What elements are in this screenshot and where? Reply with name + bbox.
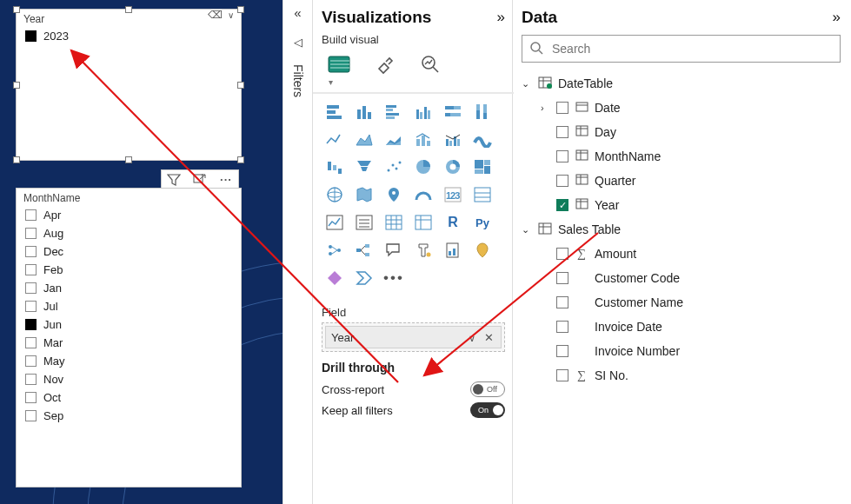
chevron-down-icon[interactable]: ⌄: [522, 224, 532, 235]
slicer-item[interactable]: Jun: [17, 315, 241, 334]
cross-report-toggle[interactable]: Off: [470, 381, 505, 397]
viz-type-funnel[interactable]: [351, 155, 377, 179]
field-row[interactable]: ›Date: [522, 96, 841, 120]
chevron-left-icon[interactable]: «: [294, 5, 301, 20]
resize-handle[interactable]: [13, 82, 20, 89]
field-well[interactable]: Year ∨ ✕: [322, 322, 505, 352]
checkbox-icon[interactable]: [25, 264, 37, 275]
viz-type-table[interactable]: [381, 210, 407, 235]
resize-handle[interactable]: [237, 156, 244, 163]
field-row[interactable]: Customer Code: [522, 266, 841, 290]
viz-type-line-clustered-column[interactable]: [440, 127, 466, 151]
field-row[interactable]: ∑SI No.: [522, 363, 841, 388]
field-pill-year[interactable]: Year ∨ ✕: [325, 326, 502, 348]
checkbox-icon[interactable]: [556, 272, 568, 284]
slicer-item[interactable]: Dec: [17, 242, 241, 261]
more-options-icon[interactable]: ···: [214, 171, 238, 189]
checkbox-icon[interactable]: ✓: [556, 199, 568, 211]
checkbox-icon[interactable]: [25, 410, 37, 421]
viz-type-multi-row-card[interactable]: [469, 182, 495, 207]
checkbox-icon[interactable]: [556, 175, 568, 187]
chevron-right-icon[interactable]: »: [497, 9, 505, 26]
filter-icon[interactable]: [162, 171, 186, 189]
resize-handle[interactable]: [13, 156, 20, 163]
search-input[interactable]: [550, 41, 833, 56]
checkbox-icon[interactable]: [25, 319, 37, 330]
viz-more-visuals[interactable]: •••: [381, 266, 407, 290]
checkbox-icon[interactable]: [25, 374, 37, 385]
viz-type-arcgis[interactable]: [469, 238, 495, 262]
viz-type-pie[interactable]: [410, 155, 436, 179]
viz-type-paginated-report[interactable]: [440, 238, 466, 262]
viz-type-ribbon[interactable]: [469, 127, 495, 151]
chevron-down-icon[interactable]: ⌄: [522, 78, 532, 90]
viz-type-azure-map[interactable]: [381, 182, 407, 207]
viz-type-decomposition-tree[interactable]: [351, 238, 377, 262]
build-visual-tab-icon[interactable]: [327, 53, 351, 76]
viz-type-100-stacked-column[interactable]: [469, 99, 495, 123]
viz-type-donut[interactable]: [440, 155, 466, 179]
checkbox-icon[interactable]: [25, 337, 37, 348]
checkbox-icon[interactable]: [556, 369, 568, 381]
checkbox-icon[interactable]: [25, 228, 37, 239]
viz-type-waterfall[interactable]: [322, 155, 348, 179]
field-row[interactable]: Day: [522, 120, 841, 144]
field-row[interactable]: Customer Name: [522, 290, 841, 315]
slicer-item[interactable]: 2023: [17, 27, 241, 45]
viz-type-filled-map[interactable]: [351, 182, 377, 207]
chevron-down-icon[interactable]: ∨: [465, 333, 479, 343]
chevron-down-icon[interactable]: ∨: [223, 10, 237, 20]
field-row[interactable]: Quarter: [522, 169, 841, 193]
resize-handle[interactable]: [125, 156, 132, 163]
chevron-right-icon[interactable]: ›: [541, 103, 551, 113]
report-canvas[interactable]: ⌫ ∨ Year 2023 ··· MonthName AprAugDecFeb…: [0, 0, 283, 504]
viz-type-card[interactable]: 123: [440, 182, 466, 207]
slicer-item[interactable]: Jul: [17, 297, 241, 315]
slicer-item[interactable]: Oct: [17, 388, 241, 407]
checkbox-icon[interactable]: [556, 150, 568, 162]
checkbox-icon[interactable]: [25, 355, 37, 367]
eraser-icon[interactable]: ⌫: [208, 9, 222, 21]
table-row[interactable]: ⌄Sales Table: [522, 217, 841, 242]
resize-handle[interactable]: [237, 6, 244, 13]
field-row[interactable]: MonthName: [522, 144, 841, 169]
viz-type-slicer[interactable]: [351, 210, 377, 235]
table-row[interactable]: ⌄DateTable: [522, 71, 841, 96]
slicer-item[interactable]: May: [17, 352, 241, 370]
viz-type-stacked-bar[interactable]: [322, 99, 348, 123]
analytics-tab-icon[interactable]: [419, 53, 442, 76]
slicer-item[interactable]: Nov: [17, 370, 241, 388]
field-row[interactable]: ∑Amount: [522, 242, 841, 266]
viz-type-matrix[interactable]: [410, 210, 436, 235]
field-row[interactable]: Invoice Number: [522, 339, 841, 363]
checkbox-icon[interactable]: [556, 321, 568, 333]
slicer-item[interactable]: Feb: [17, 261, 241, 279]
viz-type-map[interactable]: [322, 182, 348, 207]
viz-type-smart-narrative[interactable]: [410, 238, 436, 262]
checkbox-icon[interactable]: [556, 248, 568, 260]
filters-pane-collapsed[interactable]: « ◁ Filters: [283, 0, 313, 504]
focus-mode-icon[interactable]: [188, 171, 212, 189]
format-visual-tab-icon[interactable]: [374, 53, 396, 76]
viz-type-py-visual[interactable]: Py: [469, 210, 495, 235]
slicer-item[interactable]: Mar: [17, 334, 241, 352]
resize-handle[interactable]: [237, 82, 244, 89]
checkbox-icon[interactable]: [556, 296, 568, 308]
checkbox-icon[interactable]: [25, 392, 37, 403]
chevron-right-icon[interactable]: »: [833, 9, 841, 26]
checkbox-icon[interactable]: [556, 345, 568, 357]
field-row[interactable]: ✓Year: [522, 193, 841, 217]
slicer-year[interactable]: ⌫ ∨ Year 2023: [16, 9, 242, 161]
viz-type-gauge[interactable]: [410, 182, 436, 207]
viz-type-key-influencers[interactable]: [322, 238, 348, 262]
slicer-item[interactable]: Sep: [17, 407, 241, 425]
keep-all-filters-toggle[interactable]: On: [470, 402, 505, 418]
viz-type-r-visual[interactable]: R: [440, 210, 466, 235]
viz-type-area[interactable]: [351, 127, 377, 151]
viz-type-stacked-column[interactable]: [351, 99, 377, 123]
viz-type-line[interactable]: [322, 127, 348, 151]
resize-handle[interactable]: [125, 6, 132, 13]
slicer-item[interactable]: Jan: [17, 279, 241, 297]
checkbox-icon[interactable]: [25, 246, 37, 257]
checkbox-icon[interactable]: [25, 282, 37, 294]
